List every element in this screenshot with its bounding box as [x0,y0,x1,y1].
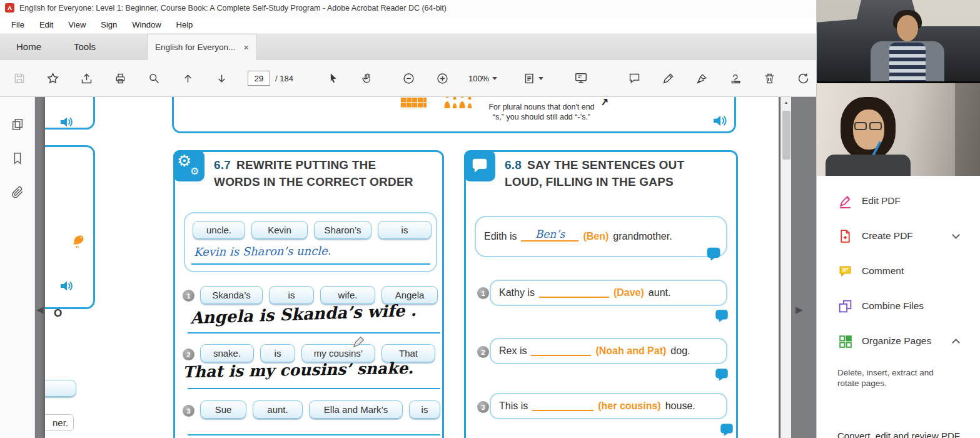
exercise-6-7-title-line1: 6.7REWRITE PUTTING THE [214,158,376,172]
speak-aloud-icon [719,421,735,437]
tab-document[interactable]: English for Everyon... × [147,34,257,60]
tool-create-pdf[interactable]: Create PDF [817,218,980,253]
star-favorites-button[interactable] [45,70,61,86]
tool-edit-pdf[interactable]: Edit PDF [817,183,980,218]
audio-speaker-icon [712,113,728,129]
example-sentence-box: Edith is Ben’s (Ben) grandmother. [475,216,727,257]
word-chip: Kevin [251,221,308,239]
glasses-icon [854,122,867,130]
example-handwritten-answer: Kevin is Sharon’s uncle. [194,244,331,258]
word-chip: Ella and Mark’s [309,400,403,419]
organize-pages-icon [837,334,853,349]
menu-file[interactable]: File [4,16,32,34]
chevron-down-icon[interactable] [952,231,960,239]
prev-page-arrow[interactable]: ◀ [36,304,44,315]
person-face [897,15,918,41]
tools-list: Edit PDF Create PDF Comment Combine File… [817,176,980,389]
comment-button[interactable] [627,70,642,86]
reading-mode-button[interactable] [573,70,589,86]
rotate-pages-button[interactable] [796,70,811,86]
sentence-pre: Kathy is [499,287,535,298]
page-thumbnails-button[interactable] [9,116,26,133]
exercise-6-8-title-line1: 6.8SAY THE SENTENCES OUT [505,158,684,172]
share-upload-button[interactable] [79,70,94,86]
vertical-scrollbar[interactable]: ▲ [780,97,791,438]
print-button[interactable] [113,70,128,86]
scrollbar-thumb[interactable] [782,111,791,160]
window-title: English for Everyone: Level 1: Beginner,… [19,4,447,13]
left-navigation-rail [0,97,35,438]
answer-line [188,434,440,435]
save-button[interactable] [11,70,27,86]
comment-icon [837,263,853,279]
tab-tools[interactable]: Tools [58,34,112,60]
speak-aloud-icon [714,307,730,323]
exercise-6-7-title-line2: WORDS IN THE CORRECT ORDER [214,175,413,189]
webcam-video-bottom[interactable] [817,83,980,176]
select-tool-button[interactable] [326,70,341,86]
sentence-box: This is (her cousins) house. [490,393,727,419]
tab-close-icon[interactable]: × [243,42,249,53]
menu-help[interactable]: Help [169,16,201,34]
sentence-box: Kathy is (Dave) aunt. [490,280,727,306]
word-chip: uncle. [193,221,245,239]
document-viewport[interactable]: For plural nouns that don't end “s,” you… [35,97,816,438]
grammar-note-line1: For plural nouns that don't end [475,103,608,113]
tool-combine-files[interactable]: Combine Files [817,288,980,323]
tool-comment[interactable]: Comment [817,253,980,288]
gears-icon: ⚙ ⚙ [173,150,205,181]
zoom-in-button[interactable] [435,70,450,86]
page-display-button[interactable] [521,70,546,86]
page-total-label: / 184 [275,74,293,83]
next-page-button[interactable] [214,70,230,86]
tool-label: Edit PDF [862,195,901,206]
family-illustration [443,97,479,109]
word-chip: is [409,400,440,419]
page-number-input[interactable] [248,71,270,86]
word-chip: Sue [200,400,246,419]
attachments-button[interactable] [9,183,26,201]
sentence-pre: Rex is [499,345,527,357]
zoom-level-dropdown[interactable]: 100% [468,74,497,83]
zoom-out-button[interactable] [401,70,417,86]
bird-illustration [70,231,88,248]
next-page-arrow[interactable]: ▶ [796,304,803,315]
delete-pages-button[interactable] [762,70,777,86]
chevron-down-icon [538,77,543,80]
menu-window[interactable]: Window [124,16,168,34]
stamp-button[interactable] [728,70,744,86]
answer-gap: Ben’s [521,232,578,242]
exercise-6-8-title-line2: LOUD, FILLING IN THE GAPS [505,175,674,189]
webcam-video-top[interactable] [817,0,980,81]
answer-gap [531,346,591,356]
sentence-hint: (her cousins) [598,400,660,412]
sentence-post: grandmother. [613,231,672,242]
previous-page-button[interactable] [180,70,196,86]
scroll-up-icon[interactable]: ▲ [781,97,791,108]
zoom-level-value: 100% [468,74,489,83]
fill-sign-button[interactable] [694,70,710,86]
bookmarks-button[interactable] [9,150,26,167]
create-pdf-icon [837,228,853,244]
hand-tool-button[interactable] [360,70,375,86]
edit-pdf-icon [837,193,853,209]
note-arrow-icon: ↗ [600,97,610,108]
partial-text-chip: ner. [45,414,74,431]
menu-edit[interactable]: Edit [32,16,61,34]
menu-view[interactable]: View [61,16,93,34]
menu-sign[interactable]: Sign [93,16,124,34]
marquee-zoom-button[interactable] [146,70,162,86]
exercise-6-8: 6.8SAY THE SENTENCES OUT LOUD, FILLING I… [464,150,738,438]
combine-files-icon [837,298,853,314]
tool-organize-pages[interactable]: Organize Pages [817,323,980,359]
chevron-up-icon[interactable] [952,339,960,347]
sentence-box: Rex is (Noah and Pat) dog. [490,338,727,364]
tool-label: Combine Files [862,300,924,312]
audio-speaker-icon [59,115,74,130]
organize-pages-description: Delete, insert, extract and rotate pages… [837,367,956,389]
right-panel: Edit PDF Create PDF Comment Combine File… [816,0,980,438]
person-shirt [826,155,911,176]
highlight-button[interactable] [660,70,676,86]
tab-home[interactable]: Home [0,34,58,60]
pencil-cursor-icon [352,335,366,349]
